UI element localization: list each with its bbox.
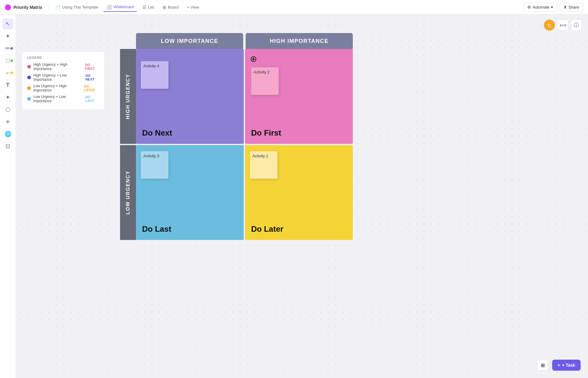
legend-dot-do-later — [27, 86, 31, 90]
tab-label-add-view: + View — [187, 5, 199, 9]
automate-icon: ⚙ — [527, 5, 531, 9]
cell-label-do-next: Do Next — [142, 128, 172, 138]
left-toolbar: ↖ ✦ ✏ □ ⌐ T ✦ ⬡ ✳ 🌐 ⊡ — [0, 15, 16, 378]
tab-using-template[interactable]: 📄 Using This Template — [52, 3, 101, 12]
legend-dot-do-last — [27, 97, 31, 101]
tab-whiteboard[interactable]: ⬜ Whiteboard — [104, 3, 137, 12]
topnav: Priority Matrix 📄 Using This Template ⬜ … — [0, 0, 588, 15]
cell-label-do-first: Do First — [251, 128, 281, 138]
tab-label-list: List — [148, 5, 154, 9]
add-task-button[interactable]: + + Task — [552, 360, 581, 371]
cell-do-next[interactable]: Activity 4 Do Next — [136, 49, 244, 144]
tool-select[interactable]: ↖ — [2, 18, 13, 29]
matrix-grid: Activity 4 Do Next ⊕ Activity 2 Do First — [136, 49, 353, 240]
automate-label: Automate — [533, 5, 550, 9]
note-dot — [10, 72, 13, 74]
nav-divider — [48, 4, 49, 10]
cell-do-last[interactable]: Activity 3 Do Last — [136, 145, 244, 240]
legend-label-do-later: Low Urgency + High Importance — [33, 84, 81, 92]
tab-board[interactable]: ⊞ Board — [160, 3, 182, 12]
main-layout: ↖ ✦ ✏ □ ⌐ T ✦ ⬡ ✳ 🌐 ⊡ C ⟺ ⓘ — [0, 15, 588, 378]
share-icon: ⬆ — [564, 5, 567, 9]
info-icon: ⓘ — [574, 22, 579, 28]
tab-label-board: Board — [168, 5, 179, 9]
legend-item-do-later: Low Urgency + High Importance DO LATER — [27, 84, 100, 92]
legend-dot-do-first — [27, 65, 31, 69]
add-task-icon: + — [558, 363, 560, 368]
sticky-activity2[interactable]: Activity 2 — [251, 67, 279, 95]
tab-icon-list: ☰ — [142, 5, 146, 10]
activity1-label: Activity 1 — [252, 154, 268, 158]
tool-shape[interactable]: □ — [2, 55, 13, 66]
tool-ai[interactable]: ✦ — [2, 31, 13, 42]
sticky-activity1[interactable]: Activity 1 — [250, 151, 277, 179]
automate-chevron-icon: ▾ — [551, 5, 553, 9]
legend-badge-do-next: DO NEXT — [85, 74, 100, 81]
tab-add-view[interactable]: + View — [184, 3, 202, 11]
legend-badge-do-last: DO LAST — [85, 95, 100, 103]
share-button[interactable]: ⬆ Share — [560, 3, 583, 12]
tool-globe[interactable]: 🌐 — [2, 129, 13, 140]
add-task-label: + Task — [562, 363, 575, 368]
activity3-label: Activity 3 — [143, 154, 159, 158]
fit-icon: ⟺ — [560, 22, 567, 28]
tool-note[interactable]: ⌐ — [2, 67, 13, 78]
row-label-high-text: HIGH URGENCY — [125, 74, 131, 119]
row-label-low: LOW URGENCY — [120, 145, 136, 240]
tool-ai2[interactable]: ✳ — [2, 116, 13, 127]
canvas-area: C ⟺ ⓘ LEGEND High Urgency + High Importa… — [16, 15, 588, 378]
row-labels: HIGH URGENCY LOW URGENCY — [120, 49, 136, 240]
priority-matrix: LOW IMPORTANCE HIGH IMPORTANCE HIGH URGE… — [120, 33, 353, 240]
row-label-high: HIGH URGENCY — [120, 49, 136, 144]
share-label: Share — [568, 5, 579, 9]
tab-list[interactable]: ☰ List — [139, 3, 157, 12]
legend-title: LEGEND — [27, 56, 100, 59]
tab-label-using-template: Using This Template — [62, 5, 98, 9]
cell-do-later[interactable]: Activity 1 Do Later — [245, 145, 353, 240]
fit-button[interactable]: ⟺ — [557, 20, 568, 31]
pen-dot — [10, 47, 13, 50]
legend-label-do-first: High Urgency + High Importance — [33, 62, 83, 71]
tab-icon-board: ⊞ — [163, 5, 166, 10]
sticky-activity3[interactable]: Activity 3 — [141, 151, 168, 179]
column-headers: LOW IMPORTANCE HIGH IMPORTANCE — [136, 33, 353, 49]
legend-badge-do-later: DO LATER — [84, 84, 100, 92]
legend-dot-do-next — [27, 76, 31, 79]
grid-button[interactable]: ⊞ — [537, 360, 548, 371]
canvas-controls: C ⟺ ⓘ — [544, 20, 582, 31]
grid-icon-symbol: ⊞ — [541, 362, 545, 368]
matrix-body: HIGH URGENCY LOW URGENCY Activity 4 Do N… — [120, 49, 353, 240]
row-label-low-text: LOW URGENCY — [125, 170, 131, 215]
tool-connect[interactable]: ⬡ — [2, 104, 13, 115]
tool-text[interactable]: T — [2, 80, 13, 91]
shape-dot — [10, 59, 13, 62]
legend-card: LEGEND High Urgency + High Importance DO… — [22, 51, 105, 110]
legend-item-do-last: Low Urgency + Low Importance DO LAST — [27, 95, 100, 103]
cell-label-do-last: Do Last — [142, 224, 171, 234]
legend-label-do-last: Low Urgency + Low Importance — [33, 95, 83, 103]
tool-magic[interactable]: ✦ — [2, 92, 13, 103]
activity2-label: Activity 2 — [254, 70, 270, 74]
legend-item-do-next: High Urgency + Low Importance DO NEXT — [27, 73, 100, 82]
topnav-actions: ⚙ Automate ▾ ⬆ Share — [523, 3, 583, 12]
cell-do-first[interactable]: ⊕ Activity 2 Do First — [245, 49, 353, 144]
automate-button[interactable]: ⚙ Automate ▾ — [523, 3, 557, 12]
tab-label-whiteboard: Whiteboard — [113, 5, 134, 9]
tab-icon-whiteboard: ⬜ — [107, 5, 112, 9]
tab-icon-using-template: 📄 — [55, 5, 61, 10]
info-exclamation-icon: ⊕ — [250, 54, 257, 64]
user-avatar[interactable]: C — [544, 20, 555, 31]
legend-badge-do-first: DO FIRST — [85, 63, 100, 70]
sticky-activity4[interactable]: Activity 4 — [141, 61, 168, 89]
legend-item-do-first: High Urgency + High Importance DO FIRST — [27, 62, 100, 71]
info-button[interactable]: ⓘ — [571, 20, 582, 31]
app-logo — [5, 4, 11, 10]
tool-pen[interactable]: ✏ — [2, 43, 13, 54]
tool-image[interactable]: ⊡ — [2, 141, 13, 152]
col-header-low: LOW IMPORTANCE — [136, 33, 243, 49]
legend-label-do-next: High Urgency + Low Importance — [33, 73, 83, 82]
activity4-label: Activity 4 — [143, 64, 159, 68]
cell-label-do-later: Do Later — [251, 224, 283, 234]
col-header-high: HIGH IMPORTANCE — [246, 33, 353, 49]
app-title: Priority Matrix — [13, 5, 42, 10]
